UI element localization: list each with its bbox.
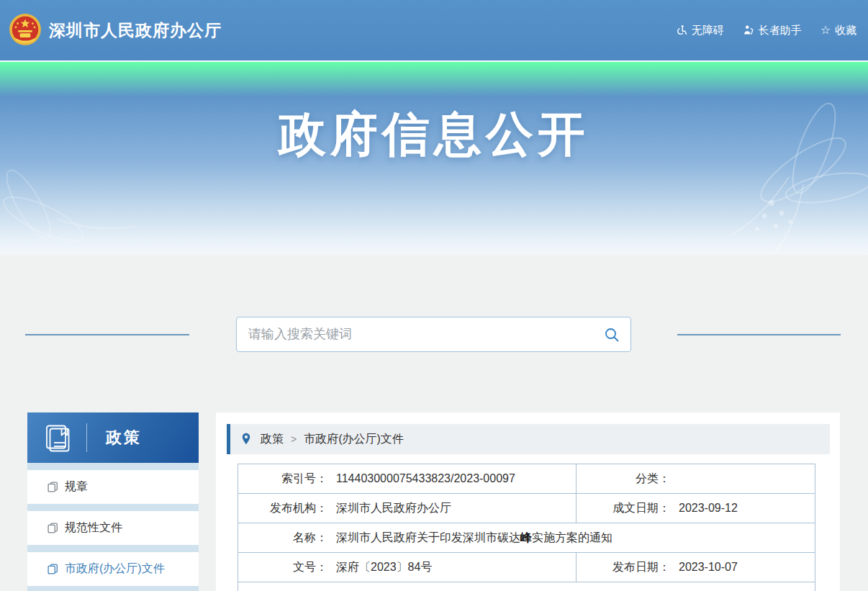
document-number-value: 深府〔2023〕84号	[336, 560, 432, 575]
elder-helper-icon	[743, 24, 754, 36]
search-bar	[236, 317, 631, 352]
table-row-partial	[238, 582, 815, 591]
sidebar-header-divider	[86, 423, 87, 452]
sidebar-item-normative-documents[interactable]: 规范性文件	[27, 511, 199, 545]
decorative-line-right	[677, 334, 841, 335]
date-written-cell: 成文日期： 2023-09-12	[576, 494, 815, 523]
sidebar-item-municipal-government-documents[interactable]: 市政府(办公厅)文件	[27, 552, 199, 586]
search-icon	[604, 327, 620, 343]
category-label: 分类：	[577, 472, 670, 487]
issuing-agency-value: 深圳市人民政府办公厅	[336, 501, 451, 516]
document-name-value: 深圳市人民政府关于印发深圳市碳达峰实施方案的通知	[336, 531, 612, 546]
index-number-value: 114403000075433823/2023-00097	[336, 472, 515, 485]
sidebar-item-label: 规章	[65, 479, 88, 495]
date-written-label: 成文日期：	[577, 501, 670, 516]
top-header-bar: 深圳市人民政府办公厅 无障碍 长者助手 ☆ 收藏	[0, 0, 868, 60]
star-icon: ☆	[820, 24, 831, 36]
category-cell: 分类：	[576, 464, 815, 493]
document-name-text: 实施方案的通知	[532, 531, 612, 543]
favorite-link[interactable]: ☆ 收藏	[820, 24, 856, 37]
document-name-text: 深圳市人民政府关于印发深圳市碳达	[336, 531, 520, 543]
book-icon	[43, 423, 72, 452]
breadcrumb-item-current[interactable]: 市政府(办公厅)文件	[304, 432, 404, 447]
publish-date-label: 发布日期：	[577, 560, 670, 575]
document-meta-table: 索引号： 114403000075433823/2023-00097 分类： 发…	[238, 464, 815, 591]
table-row: 索引号： 114403000075433823/2023-00097 分类：	[238, 464, 815, 494]
highlighted-keyword: 峰	[520, 531, 532, 543]
sidebar-item-label: 规范性文件	[65, 520, 122, 536]
document-name-cell: 名称： 深圳市人民政府关于印发深圳市碳达峰实施方案的通知	[238, 523, 815, 552]
document-number-cell: 文号： 深府〔2023〕84号	[238, 553, 576, 582]
table-row: 发布机构： 深圳市人民政府办公厅 成文日期： 2023-09-12	[238, 494, 815, 523]
sidebar: 政策 规章 规范性文件	[27, 412, 199, 591]
date-written-value: 2023-09-12	[679, 502, 738, 515]
index-number-label: 索引号：	[238, 472, 327, 487]
issuing-agency-cell: 发布机构： 深圳市人民政府办公厅	[238, 494, 576, 523]
publish-date-value: 2023-10-07	[679, 561, 738, 574]
breadcrumb: 政策 > 市政府(办公厅)文件	[227, 424, 830, 454]
search-input[interactable]	[237, 317, 593, 351]
document-icon	[48, 482, 58, 492]
site-title: 深圳市人民政府办公厅	[49, 19, 222, 42]
document-icon	[48, 564, 58, 574]
accessibility-label: 无障碍	[692, 24, 724, 37]
sidebar-item-label: 市政府(办公厅)文件	[65, 561, 165, 577]
sidebar-item-regulations[interactable]: 规章	[27, 470, 199, 504]
search-button[interactable]	[593, 317, 630, 351]
empty-cell	[238, 582, 815, 591]
breadcrumb-separator: >	[291, 433, 297, 445]
document-icon	[48, 523, 58, 533]
sidebar-menu: 规章 规范性文件 市政府(办公厅)文件	[27, 463, 199, 591]
index-number-cell: 索引号： 114403000075433823/2023-00097	[238, 464, 576, 493]
elder-helper-link[interactable]: 长者助手	[743, 24, 802, 37]
topbar-links: 无障碍 长者助手 ☆ 收藏	[676, 24, 856, 37]
table-row: 文号： 深府〔2023〕84号 发布日期： 2023-10-07	[238, 553, 815, 582]
table-row: 名称： 深圳市人民政府关于印发深圳市碳达峰实施方案的通知	[238, 523, 815, 553]
page-title: 政府信息公开	[0, 102, 868, 167]
document-number-label: 文号：	[238, 560, 327, 575]
location-pin-icon	[240, 433, 252, 446]
breadcrumb-item-policy[interactable]: 政策	[261, 432, 284, 447]
favorite-label: 收藏	[835, 24, 856, 37]
page: 深圳市人民政府办公厅 无障碍 长者助手 ☆ 收藏	[0, 0, 868, 591]
issuing-agency-label: 发布机构：	[238, 501, 327, 516]
publish-date-cell: 发布日期： 2023-10-07	[576, 553, 815, 582]
sidebar-title: 政策	[106, 427, 142, 448]
sidebar-header: 政策	[27, 412, 199, 463]
hero-banner: 政府信息公开	[0, 60, 868, 255]
main-content-panel: 政策 > 市政府(办公厅)文件 索引号： 114403000075433823/…	[216, 412, 840, 591]
national-emblem-icon	[7, 12, 43, 48]
accessibility-icon	[676, 24, 687, 36]
accessibility-link[interactable]: 无障碍	[676, 24, 724, 37]
decorative-line-left	[25, 334, 189, 335]
document-name-label: 名称：	[238, 531, 327, 546]
elder-helper-label: 长者助手	[759, 24, 802, 37]
